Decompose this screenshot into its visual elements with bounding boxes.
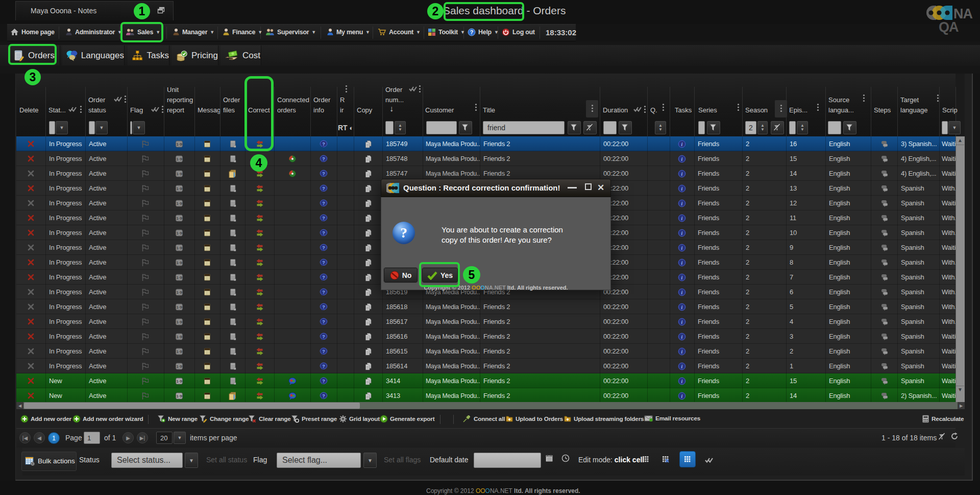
- svg-text:?: ?: [322, 274, 325, 279]
- svg-text:QA: QA: [939, 19, 959, 35]
- svg-text:i: i: [681, 348, 683, 354]
- svg-text:1·9: 1·9: [176, 394, 182, 398]
- svg-text:?: ?: [322, 393, 325, 398]
- svg-text:i: i: [681, 304, 683, 310]
- svg-text:1·9: 1·9: [176, 157, 182, 161]
- svg-text:?: ?: [322, 378, 325, 383]
- svg-text:1·9: 1·9: [176, 290, 182, 295]
- svg-text:1·9: 1·9: [176, 335, 182, 339]
- svg-text:1·9: 1·9: [176, 261, 182, 265]
- svg-text:?: ?: [322, 319, 325, 324]
- svg-text:?: ?: [322, 363, 325, 368]
- svg-text:1·9: 1·9: [176, 246, 182, 250]
- svg-text:1·9: 1·9: [176, 201, 182, 206]
- svg-text:1·9: 1·9: [176, 231, 182, 235]
- svg-text:1·9: 1·9: [176, 364, 182, 369]
- svg-text:i: i: [681, 230, 683, 235]
- svg-text:NA: NA: [953, 6, 972, 20]
- svg-text:?: ?: [322, 230, 325, 235]
- svg-text:i: i: [681, 334, 683, 339]
- svg-text:1·9: 1·9: [176, 275, 182, 280]
- svg-text:1·9: 1·9: [176, 379, 182, 384]
- svg-text:?: ?: [322, 185, 325, 191]
- svg-text:i: i: [681, 156, 683, 161]
- svg-text:i: i: [681, 185, 683, 191]
- svg-text:1·9: 1·9: [176, 172, 182, 176]
- svg-text:?: ?: [322, 289, 325, 294]
- svg-text:1·9: 1·9: [176, 216, 182, 221]
- svg-text:1·9: 1·9: [176, 320, 182, 324]
- svg-text:i: i: [681, 141, 683, 147]
- svg-text:1·9: 1·9: [176, 305, 182, 310]
- svg-text:?: ?: [322, 260, 325, 265]
- svg-text:?: ?: [322, 334, 325, 339]
- svg-text:i: i: [681, 363, 683, 369]
- svg-text:?: ?: [322, 304, 325, 309]
- svg-text:?: ?: [322, 215, 325, 220]
- svg-text:?: ?: [322, 156, 325, 161]
- svg-text:?: ?: [322, 171, 325, 176]
- svg-text:i: i: [681, 215, 683, 221]
- svg-text:?: ?: [322, 348, 325, 353]
- svg-text:1·9: 1·9: [176, 349, 182, 354]
- svg-text:?: ?: [322, 200, 325, 205]
- svg-text:i: i: [681, 200, 683, 206]
- svg-text:i: i: [681, 393, 683, 398]
- svg-text:i: i: [681, 274, 683, 280]
- svg-text:i: i: [681, 289, 683, 295]
- svg-text:i: i: [681, 260, 683, 265]
- svg-text:i: i: [681, 171, 683, 176]
- svg-text:i: i: [681, 245, 683, 250]
- svg-text:i: i: [681, 378, 683, 384]
- svg-text:?: ?: [470, 29, 474, 35]
- svg-text:1·9: 1·9: [176, 186, 182, 191]
- svg-text:?: ?: [322, 245, 325, 250]
- svg-text:?: ?: [322, 141, 325, 146]
- svg-text:1·9: 1·9: [176, 142, 182, 147]
- svg-text:i: i: [681, 319, 683, 324]
